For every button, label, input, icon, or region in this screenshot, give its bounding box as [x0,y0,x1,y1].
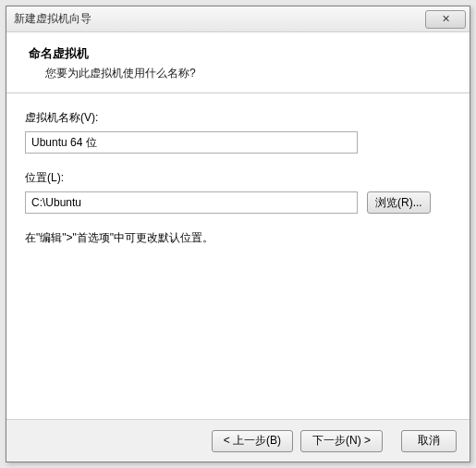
next-button[interactable]: 下一步(N) > [300,430,383,452]
hint-text: 在"编辑">"首选项"中可更改默认位置。 [25,230,451,246]
back-button[interactable]: < 上一步(B) [212,430,293,452]
location-label: 位置(L): [25,170,451,186]
wizard-dialog: 新建虚拟机向导 ✕ 命名虚拟机 您要为此虚拟机使用什么名称? 虚拟机名称(V):… [6,6,470,462]
cancel-button[interactable]: 取消 [401,430,457,452]
content-area: 虚拟机名称(V): 位置(L): 浏览(R)... 在"编辑">"首选项"中可更… [6,93,470,263]
header-title: 命名虚拟机 [29,45,451,62]
vm-name-label: 虚拟机名称(V): [25,110,451,126]
close-icon: ✕ [442,13,450,25]
vm-name-group: 虚拟机名称(V): [25,110,451,154]
header-section: 命名虚拟机 您要为此虚拟机使用什么名称? [6,32,470,93]
location-input[interactable] [25,191,358,214]
location-row: 浏览(R)... [25,191,451,214]
vm-name-input[interactable] [25,131,358,154]
titlebar: 新建虚拟机向导 ✕ [6,6,470,32]
browse-button[interactable]: 浏览(R)... [367,191,431,214]
footer: < 上一步(B) 下一步(N) > 取消 [6,419,470,462]
location-group: 位置(L): 浏览(R)... [25,170,451,214]
window-title: 新建虚拟机向导 [14,11,92,27]
close-button[interactable]: ✕ [425,10,466,29]
header-subtitle: 您要为此虚拟机使用什么名称? [29,66,451,81]
